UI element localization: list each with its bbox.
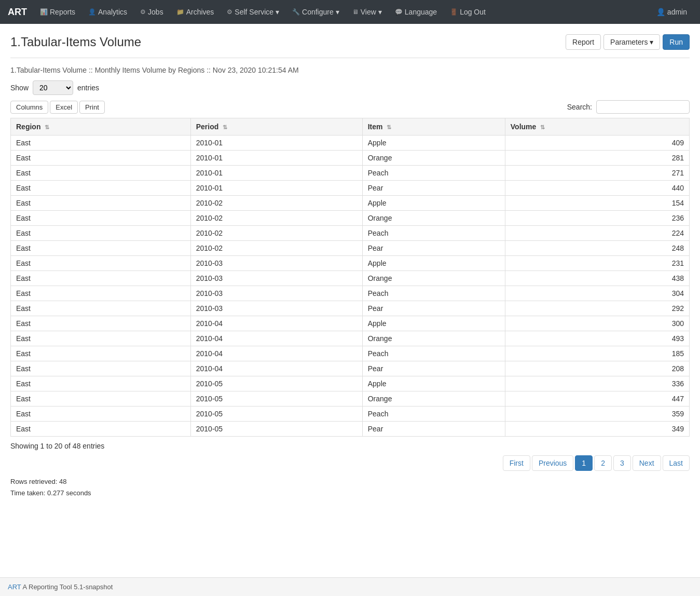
column-period[interactable]: Period ⇅ (190, 118, 362, 136)
cell-item: Pear (362, 361, 505, 376)
column-volume[interactable]: Volume ⇅ (505, 118, 689, 136)
cell-period: 2010-04 (190, 346, 362, 361)
nav-item-view[interactable]: 🖥 View ▾ (347, 2, 387, 22)
configure-dropdown-icon: ▾ (336, 8, 339, 16)
page-header: 1.Tabular-Items Volume Report Parameters… (10, 34, 690, 50)
search-input[interactable] (596, 100, 690, 114)
run-button[interactable]: Run (663, 34, 690, 50)
cell-region: East (11, 361, 191, 376)
cell-volume: 292 (505, 301, 689, 316)
cell-volume: 359 (505, 407, 689, 422)
footer-stats: Rows retrieved: 48 Time taken: 0.277 sec… (10, 476, 690, 499)
logout-icon: 🚪 (450, 8, 458, 16)
navbar: ART 📊 Reports 👤 Analytics ⚙ Jobs 📁 Archi… (0, 0, 700, 24)
cell-volume: 440 (505, 181, 689, 196)
cell-period: 2010-05 (190, 376, 362, 391)
nav-item-language[interactable]: 💬 Language (390, 2, 442, 22)
report-subtitle: 1.Tabular-Items Volume :: Monthly Items … (10, 66, 690, 74)
reports-icon: 📊 (40, 8, 48, 16)
parameters-button[interactable]: Parameters ▾ (603, 34, 660, 50)
table-row: East2010-03Pear292 (11, 301, 690, 316)
last-page-button[interactable]: Last (663, 455, 690, 471)
cell-volume: 409 (505, 136, 689, 151)
show-entries: Show 10 20 50 100 entries (10, 80, 690, 95)
next-page-button[interactable]: Next (633, 455, 661, 471)
columns-button[interactable]: Columns (10, 101, 48, 114)
table-row: East2010-04Peach185 (11, 346, 690, 361)
cell-region: East (11, 181, 191, 196)
cell-region: East (11, 407, 191, 422)
page-divider (10, 58, 690, 58)
table-row: East2010-03Orange438 (11, 271, 690, 286)
cell-item: Orange (362, 391, 505, 407)
page-3-button[interactable]: 3 (613, 455, 631, 471)
nav-item-analytics[interactable]: 👤 Analytics (83, 2, 132, 22)
cell-item: Apple (362, 316, 505, 331)
excel-button[interactable]: Excel (50, 101, 78, 114)
navbar-right: 👤 admin (651, 2, 692, 22)
cell-period: 2010-02 (190, 241, 362, 256)
cell-volume: 248 (505, 241, 689, 256)
self-service-icon: ⚙ (227, 8, 232, 16)
cell-item: Apple (362, 376, 505, 391)
language-icon: 💬 (395, 8, 403, 16)
cell-period: 2010-02 (190, 211, 362, 226)
table-row: East2010-02Peach224 (11, 226, 690, 241)
rows-retrieved: Rows retrieved: 48 (10, 476, 690, 487)
cell-item: Orange (362, 331, 505, 346)
column-region[interactable]: Region ⇅ (11, 118, 191, 136)
cell-region: East (11, 316, 191, 331)
table-row: East2010-04Apple300 (11, 316, 690, 331)
search-box: Search: (567, 100, 690, 114)
cell-period: 2010-04 (190, 361, 362, 376)
header-row: Region ⇅ Period ⇅ Item ⇅ Volume ⇅ (11, 118, 690, 136)
first-page-button[interactable]: First (503, 455, 530, 471)
cell-volume: 438 (505, 271, 689, 286)
cell-region: East (11, 331, 191, 346)
cell-region: East (11, 286, 191, 301)
table-row: East2010-04Pear208 (11, 361, 690, 376)
admin-menu[interactable]: 👤 admin (651, 2, 692, 22)
cell-item: Apple (362, 256, 505, 271)
main-content: 1.Tabular-Items Volume Report Parameters… (0, 24, 700, 509)
previous-page-button[interactable]: Previous (532, 455, 573, 471)
page-2-button[interactable]: 2 (594, 455, 612, 471)
cell-region: East (11, 346, 191, 361)
cell-period: 2010-03 (190, 301, 362, 316)
cell-volume: 336 (505, 376, 689, 391)
table-controls: Columns Excel Print Search: (10, 100, 690, 114)
page-1-button[interactable]: 1 (575, 455, 593, 471)
cell-item: Pear (362, 422, 505, 437)
table-row: East2010-01Peach271 (11, 166, 690, 181)
cell-item: Peach (362, 407, 505, 422)
nav-item-archives[interactable]: 📁 Archives (171, 2, 219, 22)
cell-period: 2010-05 (190, 391, 362, 407)
cell-volume: 236 (505, 211, 689, 226)
cell-volume: 493 (505, 331, 689, 346)
jobs-icon: ⚙ (140, 8, 146, 16)
cell-item: Peach (362, 166, 505, 181)
cell-period: 2010-05 (190, 422, 362, 437)
nav-item-logout[interactable]: 🚪 Log Out (445, 2, 491, 22)
view-icon: 🖥 (352, 8, 359, 16)
nav-item-configure[interactable]: 🔧 Configure ▾ (287, 2, 345, 22)
cell-item: Apple (362, 196, 505, 211)
table-row: East2010-03Apple231 (11, 256, 690, 271)
report-button[interactable]: Report (566, 34, 601, 50)
nav-item-jobs[interactable]: ⚙ Jobs (135, 2, 169, 22)
nav-item-self-service[interactable]: ⚙ Self Service ▾ (222, 2, 284, 22)
table-row: East2010-03Peach304 (11, 286, 690, 301)
cell-volume: 304 (505, 286, 689, 301)
table-header: Region ⇅ Period ⇅ Item ⇅ Volume ⇅ (11, 118, 690, 136)
pagination-info: Showing 1 to 20 of 48 entries (10, 442, 690, 450)
cell-item: Peach (362, 226, 505, 241)
column-item[interactable]: Item ⇅ (362, 118, 505, 136)
print-button[interactable]: Print (79, 101, 105, 114)
show-select[interactable]: 10 20 50 100 (33, 80, 73, 95)
table-row: East2010-05Orange447 (11, 391, 690, 407)
cell-region: East (11, 271, 191, 286)
cell-period: 2010-04 (190, 316, 362, 331)
cell-volume: 154 (505, 196, 689, 211)
nav-item-reports[interactable]: 📊 Reports (35, 2, 80, 22)
brand-logo[interactable]: ART (8, 7, 27, 18)
